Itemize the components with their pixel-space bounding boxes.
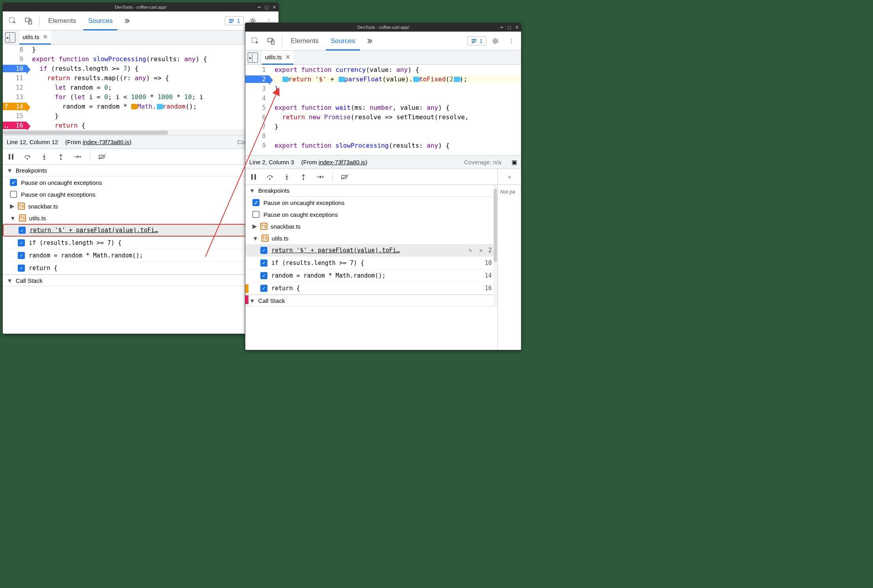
breakpoint-row[interactable]: if (results.length >= 7) { 10 — [245, 257, 497, 269]
step-out-icon[interactable] — [56, 152, 65, 161]
titlebar[interactable]: DevTools - coffee-cart.app/ ━ ▢ ✕ — [3, 3, 278, 11]
breakpoint-label[interactable]: return '$' + parseFloat(value).toFi… — [30, 227, 243, 234]
close-tab-icon[interactable]: ✕ — [43, 33, 48, 41]
checkbox-checked[interactable] — [260, 285, 267, 292]
minimize-icon[interactable]: ━ — [258, 5, 261, 10]
pause-caught-row[interactable]: Pause on caught exceptions — [3, 188, 278, 200]
file-group-snackbar[interactable]: ▶TSsnackbar.ts — [3, 200, 278, 212]
checkbox-checked[interactable] — [260, 272, 267, 279]
breakpoint-label[interactable]: random = random * Math.random(); — [271, 272, 481, 279]
line-number[interactable]: 8 — [3, 46, 26, 53]
navigator-toggle-icon[interactable] — [5, 32, 15, 43]
more-tabs-icon[interactable] — [120, 14, 133, 28]
line-number[interactable]: 5 — [245, 104, 269, 111]
step-into-icon[interactable] — [282, 173, 291, 181]
breakpoint-line-2[interactable]: 2 — [245, 75, 269, 83]
checkbox-checked[interactable] — [10, 179, 17, 186]
checkbox-checked[interactable] — [260, 247, 267, 254]
device-icon[interactable] — [22, 14, 35, 28]
breakpoints-header[interactable]: ▼Breakpoints — [245, 185, 497, 197]
breakpoint-label[interactable]: return { — [29, 265, 262, 272]
maximize-icon[interactable]: ▢ — [265, 5, 269, 10]
breakpoint-line-10[interactable]: 10 — [3, 65, 26, 72]
line-number[interactable]: 13 — [3, 93, 26, 101]
line-number[interactable]: 12 — [3, 84, 26, 91]
file-group-utils[interactable]: ▼TSutils.ts — [245, 232, 497, 244]
breakpoint-logpoint-line-16[interactable]: 16 — [3, 122, 26, 129]
device-icon[interactable] — [264, 34, 278, 48]
inline-breakpoint-marker[interactable] — [131, 104, 137, 109]
checkbox-checked[interactable] — [19, 227, 26, 234]
delete-icon[interactable]: ✕ — [478, 247, 484, 254]
line-number[interactable]: 1 — [245, 66, 269, 73]
breakpoint-conditional-line-14[interactable]: 14 — [3, 103, 26, 110]
navigator-toggle-icon[interactable] — [248, 53, 258, 63]
sourcemap-link[interactable]: index-73f73a80.js — [83, 139, 129, 145]
pause-caught-row[interactable]: Pause on caught exceptions — [245, 209, 497, 220]
titlebar[interactable]: DevTools - coffee-cart.app/ ━ ▢ ✕ — [245, 23, 521, 32]
settings-icon[interactable] — [489, 34, 502, 48]
more-tabs-icon[interactable] — [362, 34, 376, 48]
file-group-utils[interactable]: ▼TSutils.ts — [3, 212, 278, 224]
breakpoint-label[interactable]: return '$' + parseFloat(value).toFi… — [271, 247, 463, 254]
file-group-snackbar[interactable]: ▶TSsnackbar.ts — [245, 220, 497, 232]
breakpoint-row-selected[interactable]: return '$' + parseFloat(value).toFi… ✎ ✕… — [3, 224, 278, 237]
minimize-icon[interactable]: ━ — [500, 25, 503, 30]
breakpoints-header[interactable]: ▼Breakpoints — [3, 165, 278, 177]
line-number[interactable]: 8 — [245, 132, 269, 140]
step-out-icon[interactable] — [299, 173, 308, 181]
breakpoint-label[interactable]: random = random * Math.random(); — [29, 252, 262, 259]
sourcemap-link[interactable]: index-73f73a80.js — [319, 159, 365, 165]
step-icon[interactable] — [316, 173, 324, 181]
callstack-header[interactable]: ▼Call Stack — [245, 295, 497, 306]
line-number[interactable]: 11 — [3, 74, 26, 82]
inline-breakpoint-marker[interactable] — [339, 77, 344, 82]
breakpoint-row[interactable]: if (results.length >= 7) { 10 — [3, 237, 278, 249]
pause-uncaught-row[interactable]: Pause on uncaught exceptions — [245, 197, 497, 209]
tab-sources[interactable]: Sources — [326, 32, 360, 51]
close-icon[interactable]: ✕ — [273, 5, 276, 10]
callstack-header[interactable]: ▼Call Stack — [3, 274, 278, 286]
checkbox-checked[interactable] — [18, 252, 25, 259]
inline-breakpoint-marker[interactable] — [157, 104, 162, 109]
checkbox-checked[interactable] — [252, 199, 260, 206]
issues-badge[interactable]: 1 — [467, 36, 486, 45]
expand-sidebar-icon[interactable]: » — [498, 169, 521, 185]
inline-breakpoint-marker[interactable] — [282, 77, 288, 82]
close-tab-icon[interactable]: ✕ — [285, 53, 290, 61]
close-icon[interactable]: ✕ — [515, 25, 519, 30]
issues-badge[interactable]: 1 — [225, 16, 244, 25]
line-number[interactable]: 9 — [245, 142, 269, 149]
step-icon[interactable] — [73, 152, 82, 161]
checkbox-checked[interactable] — [18, 239, 25, 246]
kebab-icon[interactable]: ⋮ — [504, 34, 518, 48]
breakpoint-row[interactable]: random = random * Math.random(); 14 — [245, 269, 497, 282]
line-number[interactable]: 9 — [3, 55, 26, 63]
line-number[interactable]: 7 — [245, 123, 269, 130]
code-editor[interactable]: 8} 9export function slowProcessing(resul… — [3, 45, 278, 135]
pause-icon[interactable] — [7, 152, 15, 161]
file-tab-utils[interactable]: utils.ts ✕ — [19, 30, 51, 45]
breakpoint-label[interactable]: if (results.length >= 7) { — [29, 239, 262, 246]
breakpoint-label[interactable]: if (results.length >= 7) { — [271, 259, 481, 267]
deactivate-breakpoints-icon[interactable] — [98, 152, 107, 161]
step-over-icon[interactable] — [23, 152, 32, 161]
breakpoint-row[interactable]: return { 16 — [3, 262, 278, 274]
tab-elements[interactable]: Elements — [286, 32, 324, 51]
show-coverage-icon[interactable]: ▣ — [512, 159, 517, 166]
edit-icon[interactable]: ✎ — [467, 247, 474, 254]
breakpoint-row[interactable]: return { 16 — [245, 282, 497, 295]
line-number[interactable]: 6 — [245, 113, 269, 121]
breakpoint-label[interactable]: return { — [271, 285, 481, 292]
deactivate-breakpoints-icon[interactable] — [341, 173, 349, 181]
step-over-icon[interactable] — [266, 173, 275, 181]
maximize-icon[interactable]: ▢ — [507, 25, 511, 30]
checkbox-checked[interactable] — [260, 259, 267, 267]
inline-breakpoint-marker[interactable] — [454, 77, 459, 82]
code-editor[interactable]: 1export function currency(value: any) { … — [245, 65, 521, 156]
inline-breakpoint-marker[interactable] — [413, 77, 419, 82]
horizontal-scrollbar[interactable] — [3, 130, 278, 135]
line-number[interactable]: 3 — [245, 85, 269, 92]
inspect-icon[interactable] — [6, 14, 19, 28]
breakpoint-row-selected[interactable]: return '$' + parseFloat(value).toFi… ✎ ✕… — [245, 244, 497, 257]
